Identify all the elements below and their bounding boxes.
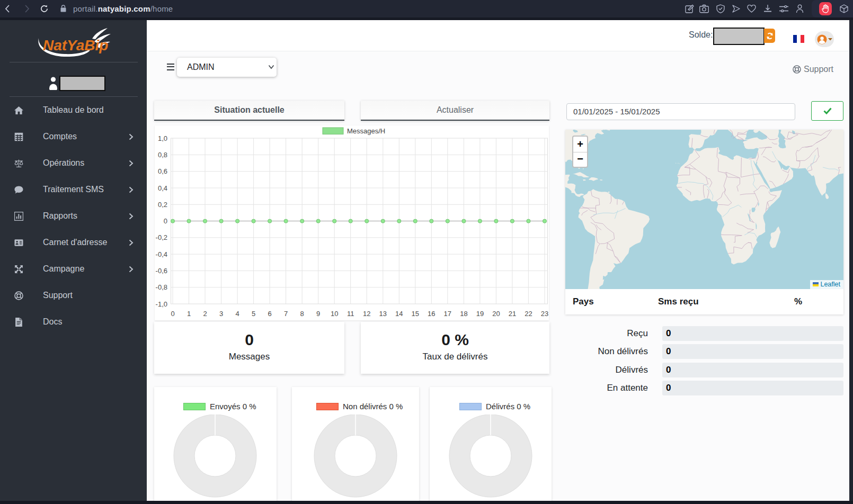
svg-text:4: 4: [235, 310, 239, 318]
svg-text:0: 0: [164, 217, 167, 225]
svg-text:22: 22: [525, 310, 532, 318]
svg-text:21: 21: [509, 310, 516, 318]
svg-text:20: 20: [492, 310, 500, 318]
svg-text:0,4: 0,4: [158, 184, 167, 192]
svg-text:12: 12: [363, 310, 370, 318]
svg-text:-0,8: -0,8: [156, 283, 167, 291]
svg-text:0,6: 0,6: [158, 167, 167, 175]
svg-text:18: 18: [460, 310, 467, 318]
svg-text:3: 3: [219, 310, 223, 318]
svg-text:0,8: 0,8: [158, 151, 167, 159]
svg-text:10: 10: [331, 310, 338, 318]
svg-text:Messages/H: Messages/H: [347, 127, 385, 135]
svg-text:1: 1: [187, 310, 191, 318]
svg-text:15: 15: [412, 310, 419, 318]
svg-text:9: 9: [316, 310, 320, 318]
svg-text:1,0: 1,0: [158, 134, 167, 142]
svg-text:19: 19: [476, 310, 484, 318]
svg-text:-0,2: -0,2: [156, 233, 167, 241]
svg-text:7: 7: [284, 310, 288, 318]
svg-text:13: 13: [379, 310, 387, 318]
svg-text:14: 14: [395, 310, 403, 318]
svg-text:16: 16: [428, 310, 435, 318]
svg-text:-0,4: -0,4: [156, 250, 167, 258]
svg-text:NatYaBip: NatYaBip: [43, 37, 108, 53]
svg-text:11: 11: [347, 310, 354, 318]
svg-text:8: 8: [300, 310, 304, 318]
svg-text:5: 5: [252, 310, 255, 318]
svg-text:-1,0: -1,0: [156, 300, 167, 308]
svg-text:17: 17: [444, 310, 451, 318]
svg-text:0,2: 0,2: [158, 201, 167, 209]
svg-text:23: 23: [541, 310, 548, 318]
svg-text:-0,6: -0,6: [156, 267, 167, 275]
svg-text:2: 2: [203, 310, 207, 318]
svg-text:0: 0: [171, 310, 174, 318]
svg-text:6: 6: [268, 310, 271, 318]
